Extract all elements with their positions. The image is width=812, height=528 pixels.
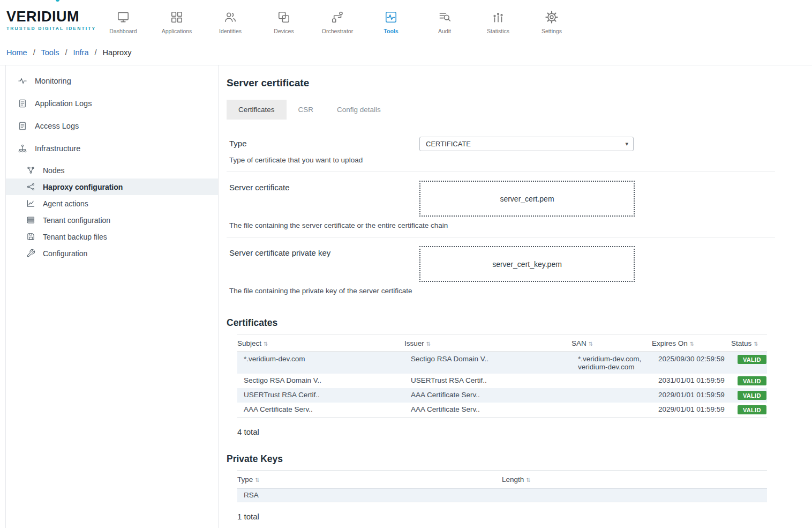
nav-item-tools[interactable]: Tools — [371, 7, 411, 34]
sidebar-item-application-logs[interactable]: Application Logs — [6, 92, 218, 115]
column-header-subject[interactable]: Subject⇅ — [237, 334, 404, 352]
sidebar-item-infrastructure[interactable]: Infrastructure — [6, 137, 218, 160]
nav-item-settings[interactable]: Settings — [531, 7, 572, 34]
sidebar-item-label: Access Logs — [35, 122, 79, 130]
column-header-san[interactable]: SAN⇅ — [572, 334, 652, 352]
certificate-type-value: CERTIFICATE — [426, 140, 471, 148]
identities-icon — [223, 10, 237, 24]
sidebar-item-label: Infrastructure — [35, 144, 80, 153]
breadcrumb-home[interactable]: Home — [6, 48, 27, 57]
cell-status: VALID — [731, 388, 767, 403]
column-header-issuer[interactable]: Issuer⇅ — [404, 334, 572, 352]
breadcrumb-separator: / — [65, 48, 67, 57]
column-header-status[interactable]: Status⇅ — [731, 334, 767, 352]
server-certificate-hint: The file containing the server certifica… — [229, 221, 775, 229]
sidebar-item-label: Application Logs — [35, 99, 92, 108]
type-label: Type — [229, 137, 419, 148]
applications-icon — [170, 10, 184, 24]
sidebar-item-configuration[interactable]: Configuration — [6, 245, 218, 262]
application-logs-icon — [18, 99, 27, 108]
sort-icon: ⇅ — [426, 341, 431, 347]
status-badge: VALID — [738, 355, 766, 364]
nav-label: Applications — [162, 28, 192, 34]
server-certificate-label: Server certificate — [229, 181, 419, 192]
type-hint: Type of certificate that you want to upl… — [229, 156, 775, 164]
column-label: Expires On — [652, 339, 688, 347]
statistics-icon — [491, 10, 505, 24]
private-keys-table: Type⇅ Length⇅ RSA — [237, 470, 767, 502]
column-header-expires-on[interactable]: Expires On⇅ — [652, 334, 731, 352]
private-key-dropzone[interactable]: server_cert_key.pem — [419, 246, 635, 282]
page-title: Server certificate — [227, 77, 775, 89]
breadcrumb-separator: / — [33, 48, 35, 57]
nav-item-orchestrator[interactable]: Orchestrator — [317, 7, 358, 34]
sidebar: Monitoring Application Logs Access Logs … — [5, 65, 219, 528]
form-row-private-key: Server certificate private key server_ce… — [227, 237, 775, 302]
nav-item-audit[interactable]: Audit — [424, 7, 465, 34]
sort-icon: ⇅ — [690, 341, 694, 347]
brand-tagline: TRUSTED DIGITAL IDENTITY — [6, 26, 99, 31]
nav-item-dashboard[interactable]: Dashboard — [103, 7, 144, 34]
sort-icon: ⇅ — [589, 341, 593, 347]
sidebar-infrastructure-children: Nodes Haproxy configuration Agent action… — [6, 162, 218, 262]
nav-label: Audit — [438, 28, 451, 34]
sidebar-item-tenant-backup-files[interactable]: Tenant backup files — [6, 228, 218, 245]
tools-icon — [384, 10, 398, 24]
sort-icon: ⇅ — [526, 477, 530, 483]
column-label: Type — [237, 475, 253, 484]
sidebar-item-label: Monitoring — [35, 77, 71, 85]
certificate-type-select[interactable]: CERTIFICATE ▾ — [419, 137, 634, 151]
sort-icon: ⇅ — [264, 341, 268, 347]
sidebar-item-agent-actions[interactable]: Agent actions — [6, 195, 218, 212]
top-nav: Dashboard Applications Identities Device… — [103, 7, 572, 34]
sidebar-item-monitoring[interactable]: Monitoring — [6, 70, 218, 92]
orchestrator-icon — [330, 10, 344, 24]
column-header-length[interactable]: Length⇅ — [502, 471, 767, 488]
cell-san — [572, 374, 652, 388]
nav-label: Devices — [274, 28, 294, 34]
sidebar-item-access-logs[interactable]: Access Logs — [6, 115, 218, 137]
table-row: *.veridium-dev.com Sectigo RSA Domain V.… — [237, 352, 767, 374]
main-panel: Server certificate Certificates CSR Conf… — [219, 65, 812, 528]
breadcrumb-tools[interactable]: Tools — [41, 48, 59, 57]
breadcrumb-infra[interactable]: Infra — [73, 48, 88, 57]
sidebar-item-nodes[interactable]: Nodes — [6, 162, 218, 179]
cell-type: RSA — [237, 488, 502, 502]
table-header-row: Type⇅ Length⇅ — [237, 471, 767, 488]
sidebar-item-haproxy-configuration[interactable]: Haproxy configuration — [6, 179, 218, 195]
tab-csr[interactable]: CSR — [287, 100, 326, 120]
sidebar-item-tenant-configuration[interactable]: Tenant configuration — [6, 212, 218, 228]
cell-san — [572, 388, 652, 403]
nav-item-statistics[interactable]: Statistics — [478, 7, 518, 34]
sidebar-item-label: Configuration — [43, 249, 87, 258]
private-key-hint: The file containing the private key of t… — [229, 287, 775, 295]
nav-item-identities[interactable]: Identities — [210, 7, 251, 34]
sidebar-item-label: Haproxy configuration — [43, 183, 123, 191]
cell-issuer: AAA Certificate Serv.. — [404, 388, 572, 403]
monitoring-icon — [18, 76, 27, 86]
tab-certificates[interactable]: Certificates — [227, 100, 287, 120]
column-header-type[interactable]: Type⇅ — [237, 471, 502, 488]
cell-expires-on: 2031/01/01 01:59:59 — [652, 374, 731, 388]
cell-issuer: AAA Certificate Serv.. — [404, 403, 572, 418]
brand-logo[interactable]: VERIDIUM TRUSTED DIGITAL IDENTITY — [6, 10, 99, 31]
cell-subject: USERTrust RSA Certif.. — [237, 388, 404, 403]
table-row: USERTrust RSA Certif.. AAA Certificate S… — [237, 388, 767, 403]
table-row: AAA Certificate Serv.. AAA Certificate S… — [237, 403, 767, 418]
nav-item-applications[interactable]: Applications — [156, 7, 197, 34]
column-label: Issuer — [404, 339, 424, 347]
nodes-icon — [26, 166, 35, 175]
table-row: RSA — [237, 488, 767, 502]
cell-status: VALID — [731, 352, 767, 374]
server-certificate-filename: server_cert.pem — [500, 195, 554, 203]
server-certificate-dropzone[interactable]: server_cert.pem — [419, 181, 635, 217]
cell-issuer: Sectigo RSA Domain V.. — [404, 352, 572, 374]
cell-expires-on: 2029/01/01 01:59:59 — [652, 388, 731, 403]
tenant-backup-icon — [26, 232, 35, 241]
sidebar-item-label: Tenant configuration — [43, 216, 110, 225]
top-header: VERIDIUM TRUSTED DIGITAL IDENTITY Dashbo… — [0, 0, 812, 41]
nav-item-devices[interactable]: Devices — [264, 7, 304, 34]
dashboard-icon — [116, 10, 130, 24]
tab-config-details[interactable]: Config details — [325, 100, 393, 120]
status-badge: VALID — [738, 405, 766, 414]
